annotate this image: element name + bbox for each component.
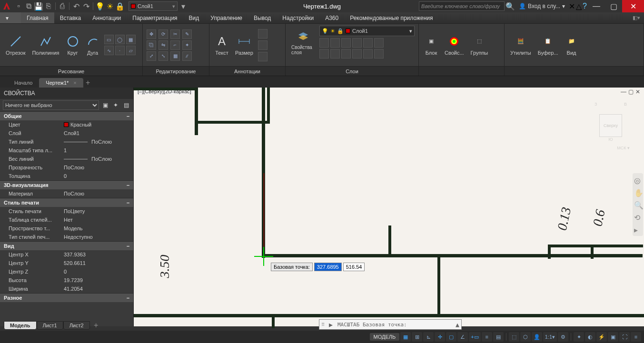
- prop-row[interactable]: Центр Z0: [0, 267, 133, 276]
- menu-parametric[interactable]: Параметризация: [127, 12, 183, 23]
- prop-row[interactable]: Пространство т...Модель: [0, 224, 133, 233]
- properties-selection-dropdown[interactable]: Ничего не выбрано: [3, 100, 99, 110]
- prop-row[interactable]: Вес линийПоСлою: [0, 155, 133, 163]
- prop-row[interactable]: Стиль печатиПоЦвету: [0, 207, 133, 216]
- cmdline-grip-icon[interactable]: ⠿: [319, 322, 326, 327]
- edit-explode-icon[interactable]: ✦: [182, 40, 192, 50]
- prop-row[interactable]: МатериалПоСлою: [0, 189, 133, 198]
- app-logo[interactable]: [1, 0, 12, 12]
- qat-undo-icon[interactable]: ↶: [72, 2, 80, 10]
- filetab-drawing[interactable]: Чертеж1*×: [39, 78, 83, 88]
- layer-props-button[interactable]: Свойства слоя: [289, 29, 317, 56]
- edit-copy-icon[interactable]: ⿻: [147, 40, 156, 50]
- prop-row[interactable]: ПрозрачностьПоСлою: [0, 163, 133, 172]
- props-toggle-icon[interactable]: ▤: [122, 101, 130, 109]
- edit-fillet-icon[interactable]: ⌐: [170, 40, 180, 50]
- menu-view[interactable]: Вид: [183, 12, 205, 23]
- layout-tab-2[interactable]: Лист2: [63, 321, 90, 330]
- draw-circle-button[interactable]: Круг: [64, 34, 81, 57]
- draw-hatch-icon[interactable]: ▦: [126, 35, 136, 44]
- layer-tool-7-icon[interactable]: [319, 49, 329, 59]
- app-menu-button[interactable]: ▾: [0, 12, 21, 23]
- minimize-button[interactable]: —: [588, 0, 605, 12]
- qat-open-icon[interactable]: ⧉: [24, 2, 33, 10]
- menu-insert[interactable]: Вставка: [54, 12, 87, 23]
- panel-edit-title[interactable]: Редактирование: [143, 66, 209, 76]
- status-iso-icon[interactable]: ▣: [608, 332, 618, 342]
- prop-row[interactable]: Тип линийПоСлою: [0, 137, 133, 146]
- panel-draw-title[interactable]: Рисование: [0, 66, 142, 76]
- anno-text-button[interactable]: AТекст: [213, 34, 230, 57]
- menu-a360[interactable]: A360: [319, 12, 344, 23]
- props-button[interactable]: Свойс...: [443, 34, 466, 57]
- draw-spline-icon[interactable]: ∿: [104, 46, 114, 55]
- menu-manage[interactable]: Управление: [205, 12, 248, 23]
- qat-save-icon[interactable]: 💾: [34, 2, 43, 10]
- edit-trim-icon[interactable]: ✂: [170, 29, 180, 39]
- layer-tool-5-icon[interactable]: [363, 38, 373, 48]
- qat-plot-icon[interactable]: ⎙: [58, 2, 67, 10]
- status-otrack-icon[interactable]: ∠: [457, 332, 468, 342]
- prop-row[interactable]: Масштаб типа л...1: [0, 146, 133, 155]
- qat-more-icon[interactable]: ▾: [179, 2, 188, 10]
- prop-group-common[interactable]: Общие–: [0, 111, 133, 120]
- filetab-add-button[interactable]: +: [83, 78, 93, 88]
- layer-tool-8-icon[interactable]: [330, 49, 340, 59]
- status-3dosnap-icon[interactable]: ⬡: [520, 332, 531, 342]
- menu-featured[interactable]: Рекомендованные приложения: [344, 12, 438, 23]
- filetab-start[interactable]: Начало: [8, 78, 39, 88]
- layer-tool-2-icon[interactable]: [330, 38, 340, 48]
- sun-icon[interactable]: ☀: [106, 2, 114, 10]
- layer-tool-9-icon[interactable]: [341, 49, 351, 59]
- layer-tool-12-icon[interactable]: [374, 49, 384, 59]
- status-dyninput-icon[interactable]: +▭: [469, 332, 480, 342]
- clipboard-button[interactable]: 📋Буфер...: [536, 34, 560, 57]
- layout-tab-1[interactable]: Лист1: [37, 321, 63, 330]
- prop-group-view[interactable]: Вид–: [0, 241, 133, 250]
- dynamic-input[interactable]: Базовая точка: 327.6895 516.54: [271, 263, 365, 271]
- menu-output[interactable]: Вывод: [248, 12, 277, 23]
- drawing-canvas[interactable]: [–][Сверху][2D-каркас] — ▢ ✕ ЗВ Сверху Ю…: [134, 88, 644, 326]
- anno-table-icon[interactable]: [258, 40, 268, 50]
- command-line[interactable]: ⠿ ▸ ▴: [319, 319, 462, 330]
- maximize-button[interactable]: ▢: [605, 0, 622, 12]
- exchange-icon[interactable]: ✕: [569, 2, 575, 11]
- filetab-close-icon[interactable]: ×: [73, 80, 76, 86]
- layer-tool-11-icon[interactable]: [363, 49, 373, 59]
- layout-tab-model[interactable]: Модель: [4, 321, 37, 330]
- view-button[interactable]: 📁Вид: [563, 34, 580, 57]
- prop-row[interactable]: Ширина41.2054: [0, 284, 133, 293]
- block-button[interactable]: ▣Блок: [423, 34, 440, 57]
- menu-addins[interactable]: Надстройки: [277, 12, 319, 23]
- anno-leader-icon[interactable]: [258, 29, 268, 39]
- draw-arc-button[interactable]: Дуга: [84, 34, 101, 57]
- prop-row[interactable]: Таблица стилей...Нет: [0, 216, 133, 224]
- help-icon[interactable]: ?: [583, 2, 587, 10]
- utils-button[interactable]: 🧮Утилиты: [508, 34, 533, 57]
- lock-icon[interactable]: 🔒: [116, 2, 124, 10]
- status-cleanscreen-icon[interactable]: ⛶: [619, 332, 630, 342]
- status-tpy-icon[interactable]: ▤: [493, 332, 504, 342]
- status-annomon-icon[interactable]: 👤: [532, 332, 542, 342]
- layer-tool-4-icon[interactable]: [352, 38, 362, 48]
- prop-row[interactable]: Центр X337.9363: [0, 250, 133, 259]
- status-grid-icon[interactable]: ▦: [400, 332, 411, 342]
- edit-scale-icon[interactable]: ⤡: [159, 51, 168, 61]
- panel-layers-title[interactable]: Слои: [286, 66, 418, 76]
- edit-offset-icon[interactable]: ⫽: [182, 51, 192, 61]
- status-ortho-icon[interactable]: ⊾: [423, 332, 434, 342]
- draw-line-button[interactable]: Отрезок: [4, 34, 27, 57]
- cloud-icon[interactable]: △: [576, 2, 582, 11]
- draw-rect-icon[interactable]: ▭: [104, 35, 114, 44]
- groups-button[interactable]: ⬚Группы: [469, 34, 490, 57]
- signin-button[interactable]: 👤 Вход в слу... ▾: [516, 3, 568, 10]
- status-polar-icon[interactable]: ✛: [435, 332, 445, 342]
- prop-row[interactable]: Высота19.7239: [0, 276, 133, 284]
- status-annovis-icon[interactable]: ◐: [585, 332, 595, 342]
- qat-layer-selector[interactable]: Слой1 ▾: [129, 1, 178, 11]
- search-icon[interactable]: 🔍: [505, 2, 515, 11]
- close-button[interactable]: ✕: [622, 0, 644, 12]
- qat-redo-icon[interactable]: ↷: [82, 2, 90, 10]
- edit-move-icon[interactable]: ✥: [147, 29, 156, 39]
- qat-new-icon[interactable]: ▫: [14, 2, 23, 10]
